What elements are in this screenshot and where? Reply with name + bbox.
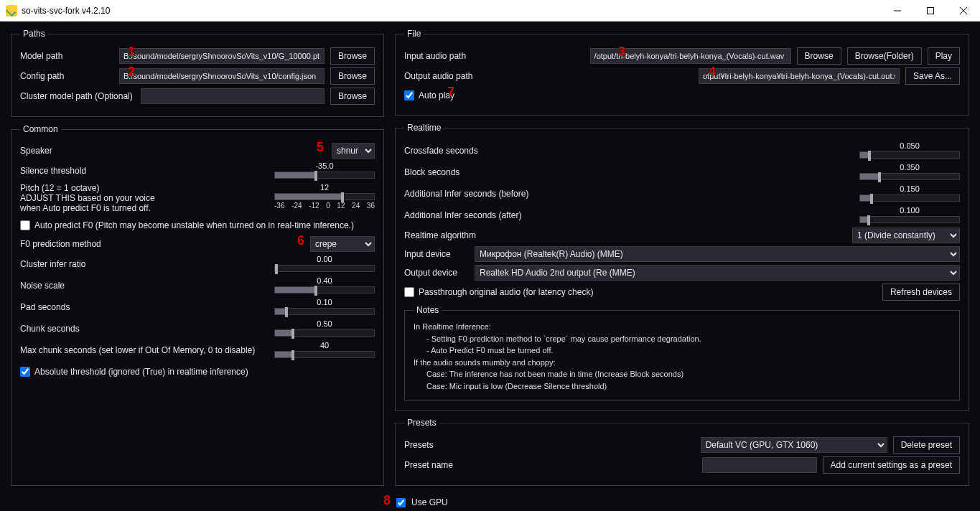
presets-group: Presets Presets Default VC (GPU, GTX 106… <box>395 418 969 486</box>
notes-group: Notes In Realtime Inference: - Setting F… <box>404 305 960 401</box>
close-button[interactable] <box>947 0 980 22</box>
block-label: Block seconds <box>404 167 854 177</box>
common-legend: Common <box>20 124 61 134</box>
noise-slider[interactable]: 0.40 <box>274 276 375 295</box>
notes-legend: Notes <box>414 305 442 315</box>
passthrough-label: Passthrough original audio (for latency … <box>419 287 593 297</box>
algorithm-select[interactable]: 1 (Divide constantly) <box>852 228 960 243</box>
marker-2: 2 <box>128 65 135 80</box>
algorithm-label: Realtime algorithm <box>404 230 846 240</box>
input-audio-label: Input audio path <box>404 51 483 61</box>
config-path-input[interactable] <box>119 68 325 84</box>
cluster-path-label: Cluster model path (Optional) <box>20 91 135 101</box>
use-gpu-checkbox[interactable] <box>396 498 406 507</box>
output-audio-input[interactable] <box>699 68 900 84</box>
cluster-ratio-slider[interactable]: 0.00 <box>274 255 375 273</box>
add-preset-button[interactable]: Add current settings as a preset <box>823 456 960 474</box>
marker-1: 1 <box>128 44 135 60</box>
chunk-label: Chunk seconds <box>20 324 269 334</box>
realtime-legend: Realtime <box>404 123 444 133</box>
auto-f0-checkbox[interactable] <box>20 220 30 230</box>
chunk-slider[interactable]: 0.50 <box>274 319 375 338</box>
presets-label: Presets <box>404 440 498 450</box>
paths-legend: Paths <box>20 29 48 39</box>
marker-8: 8 <box>383 493 391 508</box>
cluster-path-input[interactable] <box>141 88 325 104</box>
input-device-select[interactable]: Микрофон (Realtek(R) Audio) (MME) <box>475 246 960 262</box>
f0-method-select[interactable]: crepe <box>310 236 375 252</box>
add-after-label: Additional Infer seconds (after) <box>404 210 854 220</box>
input-browse-folder-button[interactable]: Browse(Folder) <box>847 47 922 65</box>
abs-threshold-label: Absolute threshold (ignored (True) in re… <box>34 367 248 377</box>
passthrough-checkbox[interactable] <box>404 287 414 297</box>
pitch-slider[interactable]: 12 -36-24-120122436 <box>274 183 375 210</box>
marker-6: 6 <box>297 233 304 248</box>
cluster-ratio-label: Cluster infer ratio <box>20 259 269 269</box>
f0-method-label: F0 prediction method <box>20 239 304 249</box>
preset-name-input[interactable] <box>702 457 817 473</box>
crossfade-slider[interactable]: 0.050 <box>859 141 960 160</box>
max-chunk-slider[interactable]: 40 <box>274 341 375 360</box>
paths-group: Paths 1 Model path Browse 2 Config path … <box>11 29 384 117</box>
main-content: Paths 1 Model path Browse 2 Config path … <box>0 22 980 493</box>
delete-preset-button[interactable]: Delete preset <box>893 436 960 454</box>
cluster-browse-button[interactable]: Browse <box>330 88 375 105</box>
output-device-label: Output device <box>404 268 469 278</box>
realtime-group: Realtime Crossfade seconds 0.050 Block s… <box>395 123 969 411</box>
minimize-button[interactable] <box>881 0 914 22</box>
config-path-label: Config path <box>20 71 113 81</box>
auto-f0-label: Auto predict F0 (Pitch may become unstab… <box>34 220 354 230</box>
pad-label: Pad seconds <box>20 302 269 312</box>
titlebar: so-vits-svc-fork v4.2.10 <box>0 0 980 22</box>
marker-5: 5 <box>317 140 324 155</box>
crossfade-label: Crossfade seconds <box>404 146 854 156</box>
silence-label: Silence threshold <box>20 166 269 176</box>
add-before-slider[interactable]: 0.150 <box>859 184 960 203</box>
refresh-devices-button[interactable]: Refresh devices <box>882 283 960 301</box>
notes-text: In Realtime Inference: - Setting F0 pred… <box>414 321 951 392</box>
block-slider[interactable]: 0.350 <box>859 163 960 182</box>
max-chunk-label: Max chunk seconds (set lower if Out Of M… <box>20 345 269 355</box>
input-browse-button[interactable]: Browse <box>797 47 841 65</box>
noise-label: Noise scale <box>20 281 269 291</box>
add-after-slider[interactable]: 0.100 <box>859 206 960 225</box>
model-browse-button[interactable]: Browse <box>330 47 375 65</box>
config-browse-button[interactable]: Browse <box>330 67 375 85</box>
presets-legend: Presets <box>404 418 439 428</box>
marker-7: 7 <box>447 85 454 100</box>
maximize-button[interactable] <box>914 0 947 22</box>
marker-4: 4 <box>709 65 716 80</box>
bottom-panel: 8 Use GPU 9 Infer (Re)Start Voice Change… <box>0 493 980 511</box>
common-group: Common 5 Speaker shnur Silence threshold… <box>11 124 384 486</box>
speaker-select[interactable]: shnur <box>332 143 375 159</box>
app-icon <box>6 5 17 17</box>
save-as-button[interactable]: Save As... <box>905 67 960 85</box>
model-path-label: Model path <box>20 51 113 61</box>
output-device-select[interactable]: Realtek HD Audio 2nd output (Re (MME) <box>475 265 960 281</box>
file-legend: File <box>404 29 424 39</box>
window-title: so-vits-svc-fork v4.2.10 <box>22 6 110 16</box>
pad-slider[interactable]: 0.10 <box>274 298 375 317</box>
silence-slider[interactable]: -35.0 <box>274 161 375 180</box>
use-gpu-label: Use GPU <box>411 497 448 507</box>
play-button[interactable]: Play <box>928 47 960 65</box>
file-group: File 3 Input audio path Browse Browse(Fo… <box>395 29 969 116</box>
preset-name-label: Preset name <box>404 460 498 470</box>
model-path-input[interactable] <box>119 48 325 64</box>
speaker-label: Speaker <box>20 146 326 156</box>
input-device-label: Input device <box>404 249 469 259</box>
auto-play-checkbox[interactable] <box>404 90 414 100</box>
add-before-label: Additional Infer seconds (before) <box>404 189 854 199</box>
abs-threshold-checkbox[interactable] <box>20 367 30 377</box>
marker-3: 3 <box>618 44 625 60</box>
pitch-label: Pitch (12 = 1 octave) ADJUST THIS based … <box>20 183 269 213</box>
output-audio-label: Output audio path <box>404 71 483 81</box>
presets-select[interactable]: Default VC (GPU, GTX 1060) <box>701 437 887 453</box>
svg-rect-1 <box>928 7 934 14</box>
